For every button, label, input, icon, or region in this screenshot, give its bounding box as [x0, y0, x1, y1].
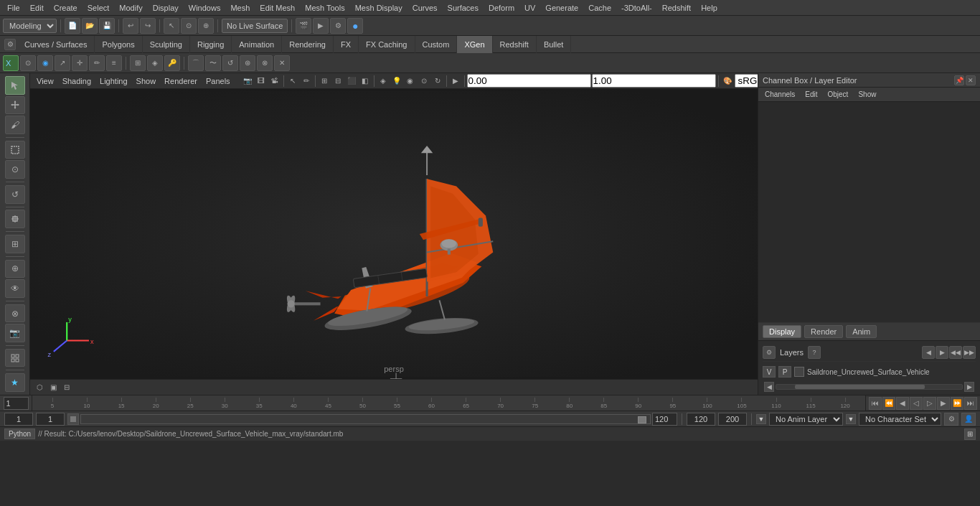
select-tool-btn[interactable]: ↖: [164, 18, 179, 34]
lasso-tool-btn[interactable]: ⊙: [181, 18, 197, 34]
vp-menu-panels[interactable]: Panels: [202, 75, 234, 87]
camera-tool[interactable]: 📷: [5, 324, 25, 342]
tab-animation[interactable]: Animation: [232, 36, 282, 53]
redo-btn[interactable]: ↪: [140, 18, 156, 34]
mode-dropdown[interactable]: Modeling: [3, 19, 57, 33]
rp-tab-display[interactable]: Display: [763, 325, 801, 338]
rp-tab-anim[interactable]: Anim: [846, 325, 877, 338]
play-back-btn[interactable]: ◁: [910, 397, 923, 410]
vp-menu-shading[interactable]: Shading: [59, 75, 95, 87]
layers-scroll-left-btn[interactable]: ◀: [764, 382, 774, 392]
viewport-shading-btn[interactable]: ◈: [377, 75, 390, 88]
anim-layer-arrow[interactable]: ▼: [756, 414, 766, 424]
tab-fx[interactable]: FX: [334, 36, 359, 53]
lasso-select-tool[interactable]: ⊙: [5, 160, 25, 179]
xgen-x-btn[interactable]: ✕: [274, 55, 290, 71]
python-label[interactable]: Python: [4, 428, 35, 439]
xgen-guide-btn[interactable]: ◉: [37, 55, 53, 71]
xgen-logo-btn[interactable]: X: [3, 55, 19, 71]
camera-icon-btn[interactable]: 📷: [241, 75, 254, 88]
rotate-tool[interactable]: ↺: [5, 185, 25, 204]
menu-modify[interactable]: Modify: [115, 2, 146, 14]
go-to-end-btn[interactable]: ⏭: [964, 397, 977, 410]
cb-menu-show[interactable]: Show: [854, 89, 880, 100]
color-space-select[interactable]: sRGB gamma: [735, 74, 758, 88]
select-tool[interactable]: [5, 76, 25, 95]
select-icon-btn[interactable]: ↖: [286, 75, 299, 88]
layers-scroll-down2[interactable]: ▶▶: [963, 346, 976, 359]
tab-rendering[interactable]: Rendering: [282, 36, 334, 53]
xgen-descriptions-btn[interactable]: ⊙: [20, 55, 36, 71]
menu-edit-mesh[interactable]: Edit Mesh: [255, 2, 299, 14]
menu-surfaces[interactable]: Surfaces: [443, 2, 483, 14]
cb-menu-channels[interactable]: Channels: [761, 89, 798, 100]
go-to-start-btn[interactable]: ⏮: [869, 397, 882, 410]
soft-select-tool[interactable]: ⊕: [5, 260, 25, 278]
tab-curves-surfaces[interactable]: Curves / Surfaces: [17, 36, 95, 53]
char-set-select[interactable]: No Character Set: [859, 413, 941, 426]
frame-end-range-input[interactable]: [652, 413, 677, 426]
universal-manip-tool[interactable]: ⊞: [5, 235, 25, 253]
char-set-icon-btn[interactable]: 👤: [961, 413, 976, 426]
layers-scroll-down[interactable]: ▶: [936, 346, 948, 359]
exposure-field[interactable]: [467, 74, 591, 88]
render-view-tool[interactable]: ★: [5, 373, 25, 392]
render-btn[interactable]: 🎬: [296, 18, 311, 34]
xgen-select-btn[interactable]: ↗: [55, 55, 70, 71]
color-space-icon[interactable]: 🎨: [721, 75, 734, 88]
menu-deform[interactable]: Deform: [484, 2, 519, 14]
menu-mesh[interactable]: Mesh: [226, 2, 254, 14]
undo-btn[interactable]: ↩: [123, 18, 138, 34]
next-frame-btn[interactable]: ▶: [937, 397, 950, 410]
xgen-key-btn[interactable]: 🔑: [164, 55, 180, 71]
marquee-tool[interactable]: [5, 141, 25, 159]
paint2-icon-btn[interactable]: ✏: [300, 75, 313, 88]
paint-brush-tool[interactable]: 🖌: [5, 116, 25, 134]
menu-select[interactable]: Select: [83, 2, 114, 14]
layers-scroll-thumb[interactable]: [795, 385, 925, 389]
settings-gear-btn[interactable]: ⚙: [4, 39, 16, 50]
anim-settings-btn[interactable]: ⚙: [944, 413, 958, 426]
tab-polygons[interactable]: Polygons: [95, 36, 142, 53]
vp-menu-lighting[interactable]: Lighting: [96, 75, 131, 87]
tab-fx-caching[interactable]: FX Caching: [359, 36, 415, 53]
live-surface-btn[interactable]: No Live Surface: [222, 19, 288, 33]
layers-scroll-right-btn[interactable]: ▶: [964, 382, 974, 392]
vp-menu-show[interactable]: Show: [133, 75, 160, 87]
film-icon-btn[interactable]: 🎞: [255, 75, 268, 88]
xgen-comb-btn[interactable]: ≡: [106, 55, 122, 71]
play-btn[interactable]: ▷: [923, 397, 936, 410]
xgen-splines-btn[interactable]: ⌒: [188, 55, 204, 71]
open-file-btn[interactable]: 📂: [82, 18, 98, 34]
menu-mesh-display[interactable]: Mesh Display: [351, 2, 407, 14]
xgen-twist-btn[interactable]: ↺: [222, 55, 238, 71]
menu-file[interactable]: File: [3, 2, 24, 14]
menu-create[interactable]: Create: [50, 2, 82, 14]
menu-curves[interactable]: Curves: [408, 2, 442, 14]
layers-scroll-track[interactable]: [776, 384, 963, 390]
frame-end-input[interactable]: [687, 413, 715, 426]
layers-scroll-up2[interactable]: ◀◀: [949, 346, 962, 359]
xgen-move-btn[interactable]: ✛: [72, 55, 88, 71]
video-icon-btn[interactable]: 📽: [268, 75, 281, 88]
xgen-layer-btn[interactable]: ⊞: [130, 55, 146, 71]
grid-icon-btn[interactable]: ⊞: [318, 75, 331, 88]
anim-layer-select[interactable]: No Anim Layer: [769, 413, 843, 426]
circle-btn[interactable]: ●: [347, 18, 363, 34]
layers-scroll-up[interactable]: ◀: [922, 346, 935, 359]
rp-pin-btn[interactable]: 📌: [954, 75, 964, 85]
menu-help[interactable]: Help: [697, 2, 722, 14]
move-tool[interactable]: [5, 96, 25, 115]
vp-menu-renderer[interactable]: Renderer: [161, 75, 201, 87]
timeline-frame-input[interactable]: [4, 397, 29, 410]
layer-visibility-btn[interactable]: V: [763, 366, 776, 378]
menu-3dtall[interactable]: -3DtoAll-: [617, 2, 656, 14]
new-file-btn[interactable]: 📄: [65, 18, 80, 34]
vp-bottom-icon-2[interactable]: ▣: [47, 381, 60, 394]
layers-tool[interactable]: ⊗: [5, 304, 25, 323]
xray-btn[interactable]: ↻: [431, 75, 444, 88]
xgen-region-btn[interactable]: ◈: [147, 55, 163, 71]
timeline-ruler[interactable]: 5 10 15 20 25 30 35 40 45 50 55 60 65 70…: [32, 395, 866, 411]
next-key-btn[interactable]: ⏩: [951, 397, 963, 410]
menu-display[interactable]: Display: [149, 2, 183, 14]
